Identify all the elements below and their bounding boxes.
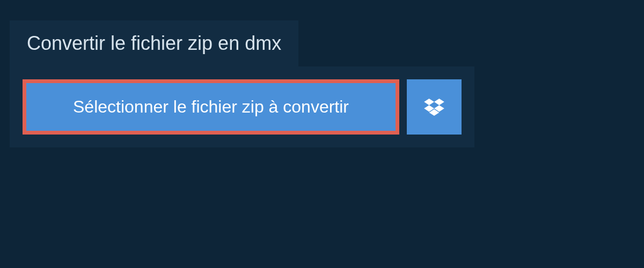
select-file-label: Sélectionner le fichier zip à convertir [73,97,349,117]
dropbox-icon [424,99,444,116]
dropbox-button[interactable] [407,79,462,135]
upload-panel: Sélectionner le fichier zip à convertir [10,66,474,147]
select-file-button[interactable]: Sélectionner le fichier zip à convertir [23,79,399,135]
title-bar: Convertir le fichier zip en dmx [10,20,298,66]
page-title: Convertir le fichier zip en dmx [27,32,281,55]
